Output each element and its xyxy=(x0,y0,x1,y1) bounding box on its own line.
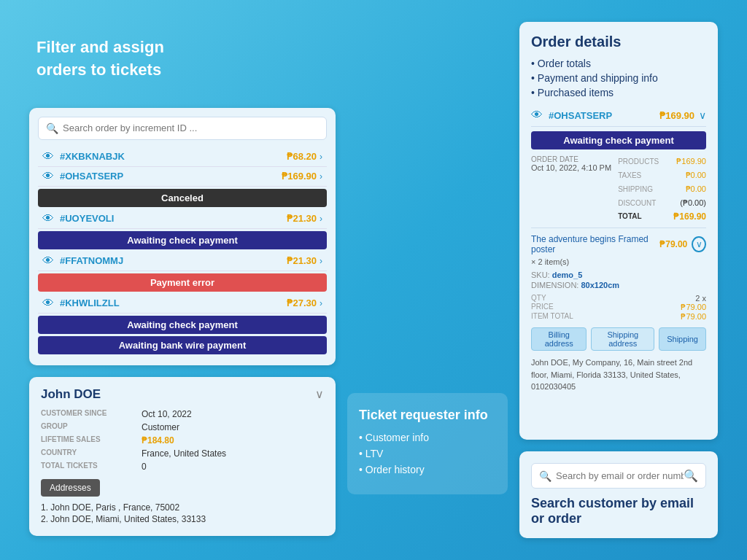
order-status-bar: Awaiting check payment xyxy=(531,131,706,149)
products-val: ₱169.90 xyxy=(673,155,706,168)
filter-label: Filter and assign orders to tickets xyxy=(29,22,336,96)
lifetime-sales-value: ₱184.80 xyxy=(142,435,324,446)
chevron-right-icon[interactable]: › xyxy=(320,298,322,308)
dimension-row: DIMENSION: 80x120cm xyxy=(531,281,706,289)
taxes-val: ₱0.00 xyxy=(673,169,706,182)
eye-icon[interactable]: 👁 xyxy=(42,254,54,268)
order-id[interactable]: #KHWLILZLL xyxy=(60,298,287,308)
expand-icon[interactable]: ∨ xyxy=(692,236,706,252)
order-row: 👁 #OHSATSERP ₱169.90 › xyxy=(38,167,327,187)
order-details-item-2: Payment and shipping info xyxy=(531,72,706,84)
chevron-down-icon[interactable]: ∨ xyxy=(699,109,706,121)
right-panel: Order details Order totals Payment and s… xyxy=(519,22,718,538)
chevron-right-icon[interactable]: › xyxy=(320,171,322,182)
item-total-label: ITEM TOTAL xyxy=(531,312,619,322)
taxes-label: TAXES xyxy=(615,170,662,181)
ticket-info-title: Ticket requester info xyxy=(359,408,496,423)
customer-since-label: CUSTOMER SINCE xyxy=(41,409,136,419)
search-customer-input[interactable] xyxy=(556,470,684,481)
total-label: TOTAL xyxy=(615,211,662,222)
middle-panel: Ticket requester info • Customer info • … xyxy=(347,22,508,538)
group-value: Customer xyxy=(142,422,324,432)
totals-section: ORDER DATE Oct 10, 2022, 4:10 PM PRODUCT… xyxy=(531,155,706,222)
qty-label: QTY xyxy=(531,294,619,303)
order-search-bar[interactable]: 🔍 xyxy=(38,117,327,140)
group-label: GROUP xyxy=(41,422,136,432)
sku-val: demo_5 xyxy=(552,271,583,279)
item-total-val: ₱79.00 xyxy=(619,312,706,322)
order-search-input[interactable] xyxy=(63,122,319,133)
qty-val: 2 x xyxy=(619,294,706,303)
order-row: 👁 #FFATNOMMJ ₱21.30 › xyxy=(38,252,327,271)
dimension-label: DIMENSION: xyxy=(531,281,578,289)
status-canceled-bar: Canceled xyxy=(38,189,327,207)
total-tickets-value: 0 xyxy=(142,462,324,472)
eye-icon[interactable]: 👁 xyxy=(42,212,54,225)
order-details-item-3: Purchased items xyxy=(531,87,706,98)
status-awaiting-bar: Awaiting check payment xyxy=(38,231,327,249)
search-customer-label: Search customer by email or order xyxy=(531,496,706,526)
address-item-1: 1. John DOE, Paris , France, 75002 xyxy=(41,502,324,513)
total-tickets-label: TOTAL TICKETS xyxy=(41,462,136,472)
collapse-icon[interactable]: ∨ xyxy=(315,387,324,401)
customer-box: John DOE ∨ CUSTOMER SINCE Oct 10, 2022 G… xyxy=(29,377,336,536)
lifetime-sales-label: LIFETIME SALES xyxy=(41,435,136,446)
price-val: ₱79.00 xyxy=(619,303,706,312)
search-submit-button[interactable]: 🔍 xyxy=(684,469,698,483)
eye-icon[interactable]: 👁 xyxy=(42,297,54,310)
order-id[interactable]: #XKBKNABJK xyxy=(60,151,287,162)
sku-row: SKU: demo_5 xyxy=(531,271,706,279)
chevron-right-icon[interactable]: › xyxy=(320,152,322,162)
status-awaiting-bar-2: Awaiting check payment xyxy=(38,316,327,334)
order-row: 👁 #UOYEVOLI ₱21.30 › xyxy=(38,209,327,229)
order-id[interactable]: #FFATNOMMJ xyxy=(60,255,287,266)
eye-icon-detail[interactable]: 👁 xyxy=(531,109,543,122)
eye-icon[interactable]: 👁 xyxy=(42,150,54,163)
search-icon: 🔍 xyxy=(46,122,58,134)
orders-box: 🔍 👁 #XKBKNABJK ₱68.20 › 👁 #OHSATSERP ₱16… xyxy=(29,108,336,365)
shipping-val: ₱0.00 xyxy=(673,183,706,195)
product-price: ₱79.00 xyxy=(659,239,687,249)
order-row: 👁 #KHWLILZLL ₱27.30 › xyxy=(38,294,327,314)
customer-header: John DOE ∨ xyxy=(41,387,324,402)
order-amount: ₱68.20 xyxy=(287,151,317,162)
billing-address-tab[interactable]: Billing address xyxy=(531,327,587,351)
status-bankwire-bar: Awaiting bank wire payment xyxy=(38,336,327,354)
products-label: PRODUCTS xyxy=(615,156,662,167)
order-amount: ₱21.30 xyxy=(287,255,317,266)
order-amount: ₱169.90 xyxy=(282,171,317,182)
shipping-tab[interactable]: Shipping xyxy=(659,327,706,351)
order-id-detail[interactable]: #OHSATSERP xyxy=(549,110,659,121)
discount-val: (₱0.00) xyxy=(673,197,706,209)
sku-label: SKU: xyxy=(531,271,550,279)
search-icon-customer: 🔍 xyxy=(539,470,551,482)
order-id[interactable]: #OHSATSERP xyxy=(60,171,282,182)
order-details-list: Order totals Payment and shipping info P… xyxy=(531,58,706,98)
search-customer-bar[interactable]: 🔍 🔍 xyxy=(531,463,706,489)
customer-info-grid: CUSTOMER SINCE Oct 10, 2022 GROUP Custom… xyxy=(41,409,324,472)
order-id[interactable]: #UOYEVOLI xyxy=(60,213,287,224)
ticket-info-item-1: • Customer info xyxy=(359,432,496,443)
item-count: × 2 item(s) xyxy=(531,257,706,266)
chevron-right-icon[interactable]: › xyxy=(320,214,322,224)
address-item-2: 2. John DOE, Miami, United States, 33133 xyxy=(41,514,324,524)
order-amount-detail: ₱169.90 xyxy=(659,110,694,121)
discount-label: DISCOUNT xyxy=(615,198,662,209)
country-label: COUNTRY xyxy=(41,448,136,459)
order-amount: ₱27.30 xyxy=(287,298,317,308)
total-val: ₱169.90 xyxy=(673,211,706,222)
country-value: France, United States xyxy=(142,448,324,459)
address-text: John DOE, My Company, 16, Main street 2n… xyxy=(531,357,706,393)
ticket-info-item-2: • LTV xyxy=(359,448,496,459)
product-row: The adventure begins Framed poster ₱79.0… xyxy=(531,234,706,254)
order-date-val: Oct 10, 2022, 4:10 PM xyxy=(531,163,615,172)
order-row: 👁 #XKBKNABJK ₱68.20 › xyxy=(38,147,327,167)
addresses-button[interactable]: Addresses xyxy=(41,479,100,497)
product-link[interactable]: The adventure begins Framed poster xyxy=(531,234,657,254)
shipping-label: SHIPPING xyxy=(615,184,662,195)
eye-icon[interactable]: 👁 xyxy=(42,170,54,183)
order-details-title: Order details xyxy=(531,34,706,50)
status-error-bar: Payment error xyxy=(38,273,327,292)
shipping-address-tab[interactable]: Shipping address xyxy=(591,327,654,351)
chevron-right-icon[interactable]: › xyxy=(320,256,322,266)
